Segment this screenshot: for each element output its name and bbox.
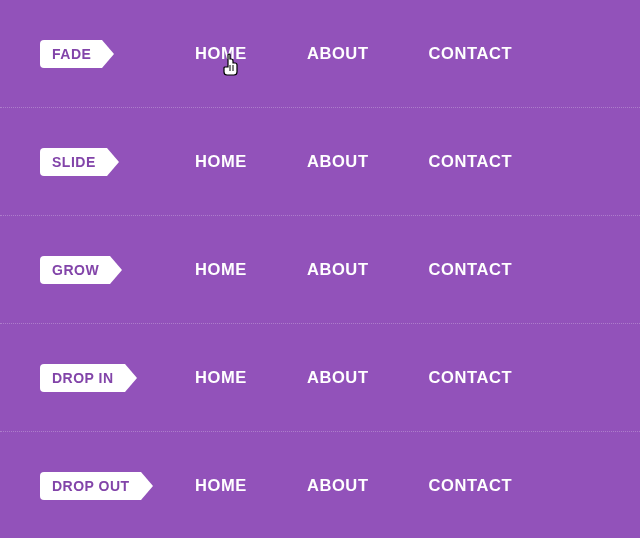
tag-fade: FADE bbox=[40, 40, 102, 68]
nav-contact[interactable]: CONTACT bbox=[429, 44, 513, 63]
tag-grow: GROW bbox=[40, 256, 110, 284]
row-drop-in: DROP IN HOME ABOUT CONTACT bbox=[0, 324, 640, 432]
nav-about[interactable]: ABOUT bbox=[307, 260, 369, 279]
row-fade: FADE HOME ABOUT CONTACT bbox=[0, 0, 640, 108]
nav-about[interactable]: ABOUT bbox=[307, 44, 369, 63]
nav-links: HOME ABOUT CONTACT bbox=[195, 260, 600, 279]
nav-about[interactable]: ABOUT bbox=[307, 476, 369, 495]
tag-col: GROW bbox=[40, 256, 195, 284]
nav-links: HOME ABOUT CONTACT bbox=[195, 368, 600, 387]
nav-links: HOME ABOUT CONTACT bbox=[195, 152, 600, 171]
tag-col: DROP OUT bbox=[40, 472, 195, 500]
nav-contact[interactable]: CONTACT bbox=[429, 368, 513, 387]
tag-col: DROP IN bbox=[40, 364, 195, 392]
demo-nav-effects: FADE HOME ABOUT CONTACT SLIDE HOME ABOUT… bbox=[0, 0, 640, 538]
tag-col: SLIDE bbox=[40, 148, 195, 176]
nav-contact[interactable]: CONTACT bbox=[429, 152, 513, 171]
tag-slide: SLIDE bbox=[40, 148, 107, 176]
nav-home[interactable]: HOME bbox=[195, 368, 247, 387]
nav-home[interactable]: HOME bbox=[195, 260, 247, 279]
tag-drop-in: DROP IN bbox=[40, 364, 125, 392]
nav-contact[interactable]: CONTACT bbox=[429, 260, 513, 279]
nav-about[interactable]: ABOUT bbox=[307, 368, 369, 387]
nav-links: HOME ABOUT CONTACT bbox=[195, 44, 600, 63]
row-grow: GROW HOME ABOUT CONTACT bbox=[0, 216, 640, 324]
nav-home[interactable]: HOME bbox=[195, 476, 247, 495]
row-drop-out: DROP OUT HOME ABOUT CONTACT bbox=[0, 432, 640, 538]
nav-home[interactable]: HOME bbox=[195, 44, 247, 63]
row-slide: SLIDE HOME ABOUT CONTACT bbox=[0, 108, 640, 216]
tag-col: FADE bbox=[40, 40, 195, 68]
tag-drop-out: DROP OUT bbox=[40, 472, 141, 500]
nav-contact[interactable]: CONTACT bbox=[429, 476, 513, 495]
nav-about[interactable]: ABOUT bbox=[307, 152, 369, 171]
nav-home[interactable]: HOME bbox=[195, 152, 247, 171]
nav-links: HOME ABOUT CONTACT bbox=[195, 476, 600, 495]
